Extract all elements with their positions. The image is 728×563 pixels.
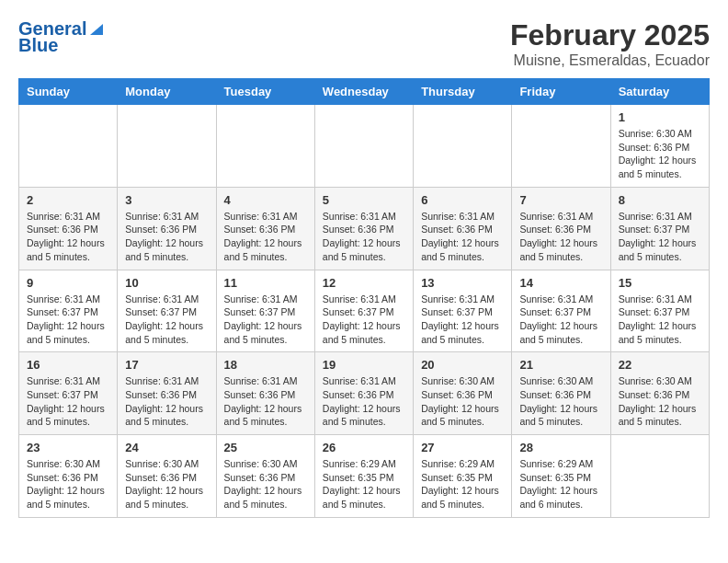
calendar-week-row: 16Sunrise: 6:31 AM Sunset: 6:37 PM Dayli… [19,352,710,435]
calendar-day-cell: 8Sunrise: 6:31 AM Sunset: 6:37 PM Daylig… [610,187,709,270]
calendar-day-cell [414,105,512,188]
calendar-day-cell [118,105,216,188]
calendar-day-cell: 27Sunrise: 6:29 AM Sunset: 6:35 PM Dayli… [414,435,512,518]
day-info: Sunrise: 6:31 AM Sunset: 6:37 PM Dayligh… [125,293,208,347]
day-info: Sunrise: 6:31 AM Sunset: 6:36 PM Dayligh… [421,210,504,264]
calendar-day-cell: 22Sunrise: 6:30 AM Sunset: 6:36 PM Dayli… [610,352,709,435]
day-number: 24 [125,441,208,454]
day-info: Sunrise: 6:31 AM Sunset: 6:37 PM Dayligh… [619,293,701,347]
day-number: 20 [421,358,504,372]
day-number: 6 [421,193,504,207]
day-number: 26 [323,441,405,454]
day-number: 8 [619,193,701,207]
day-info: Sunrise: 6:29 AM Sunset: 6:35 PM Dayligh… [519,457,602,511]
calendar-week-row: 23Sunrise: 6:30 AM Sunset: 6:36 PM Dayli… [19,435,710,518]
day-number: 18 [224,358,307,372]
day-info: Sunrise: 6:31 AM Sunset: 6:36 PM Dayligh… [323,210,405,264]
day-number: 13 [421,276,504,290]
day-number: 7 [519,193,602,207]
calendar-day-cell: 21Sunrise: 6:30 AM Sunset: 6:36 PM Dayli… [512,352,610,435]
calendar-day-cell: 10Sunrise: 6:31 AM Sunset: 6:37 PM Dayli… [118,270,216,352]
calendar-day-header: Thursday [414,79,512,105]
calendar-day-cell: 17Sunrise: 6:31 AM Sunset: 6:36 PM Dayli… [118,352,216,435]
day-number: 3 [125,193,208,207]
day-info: Sunrise: 6:31 AM Sunset: 6:36 PM Dayligh… [125,374,208,429]
day-number: 11 [224,276,307,290]
day-number: 5 [323,193,405,207]
calendar-day-cell: 26Sunrise: 6:29 AM Sunset: 6:35 PM Dayli… [314,435,413,518]
day-info: Sunrise: 6:31 AM Sunset: 6:36 PM Dayligh… [125,210,208,264]
calendar-day-cell: 11Sunrise: 6:31 AM Sunset: 6:37 PM Dayli… [216,270,314,352]
day-number: 16 [27,358,109,372]
calendar-week-row: 1Sunrise: 6:30 AM Sunset: 6:36 PM Daylig… [19,105,710,188]
day-number: 27 [421,441,504,454]
calendar-week-row: 2Sunrise: 6:31 AM Sunset: 6:36 PM Daylig… [19,187,710,270]
calendar-table: SundayMondayTuesdayWednesdayThursdayFrid… [18,78,710,518]
calendar-header-row: SundayMondayTuesdayWednesdayThursdayFrid… [19,79,710,105]
day-info: Sunrise: 6:30 AM Sunset: 6:36 PM Dayligh… [421,374,504,429]
day-info: Sunrise: 6:31 AM Sunset: 6:37 PM Dayligh… [323,293,405,347]
calendar-day-header: Wednesday [314,79,413,105]
day-info: Sunrise: 6:30 AM Sunset: 6:36 PM Dayligh… [619,374,701,429]
calendar-day-cell: 18Sunrise: 6:31 AM Sunset: 6:36 PM Dayli… [216,352,314,435]
calendar-day-cell: 4Sunrise: 6:31 AM Sunset: 6:36 PM Daylig… [216,187,314,270]
calendar-day-cell [314,105,413,188]
calendar-week-row: 9Sunrise: 6:31 AM Sunset: 6:37 PM Daylig… [19,270,710,352]
day-number: 4 [224,193,307,207]
calendar-day-cell: 16Sunrise: 6:31 AM Sunset: 6:37 PM Dayli… [19,352,118,435]
calendar-day-cell: 7Sunrise: 6:31 AM Sunset: 6:36 PM Daylig… [512,187,610,270]
day-number: 28 [519,441,602,454]
day-number: 14 [519,276,602,290]
calendar-day-cell: 23Sunrise: 6:30 AM Sunset: 6:36 PM Dayli… [19,435,118,518]
calendar-day-header: Friday [512,79,610,105]
day-number: 22 [619,358,701,372]
day-number: 25 [224,441,307,454]
day-number: 21 [519,358,602,372]
day-info: Sunrise: 6:31 AM Sunset: 6:36 PM Dayligh… [323,374,405,429]
day-number: 10 [125,276,208,290]
calendar-day-cell: 25Sunrise: 6:30 AM Sunset: 6:36 PM Dayli… [216,435,314,518]
calendar-day-cell [512,105,610,188]
day-info: Sunrise: 6:31 AM Sunset: 6:37 PM Dayligh… [421,293,504,347]
day-info: Sunrise: 6:31 AM Sunset: 6:36 PM Dayligh… [224,374,307,429]
calendar-day-header: Sunday [19,79,118,105]
calendar-day-cell [19,105,118,188]
day-info: Sunrise: 6:31 AM Sunset: 6:36 PM Dayligh… [519,210,602,264]
page-subtitle: Muisne, Esmeraldas, Ecuador [510,52,710,69]
calendar-day-cell: 12Sunrise: 6:31 AM Sunset: 6:37 PM Dayli… [314,270,413,352]
day-info: Sunrise: 6:30 AM Sunset: 6:36 PM Dayligh… [519,374,602,429]
day-info: Sunrise: 6:29 AM Sunset: 6:35 PM Dayligh… [421,457,504,511]
day-number: 17 [125,358,208,372]
day-info: Sunrise: 6:31 AM Sunset: 6:37 PM Dayligh… [519,293,602,347]
calendar-day-cell: 20Sunrise: 6:30 AM Sunset: 6:36 PM Dayli… [414,352,512,435]
day-info: Sunrise: 6:31 AM Sunset: 6:37 PM Dayligh… [619,210,701,264]
calendar-day-cell: 1Sunrise: 6:30 AM Sunset: 6:36 PM Daylig… [610,105,709,188]
calendar-day-cell: 14Sunrise: 6:31 AM Sunset: 6:37 PM Dayli… [512,270,610,352]
day-info: Sunrise: 6:31 AM Sunset: 6:37 PM Dayligh… [27,374,109,429]
day-info: Sunrise: 6:31 AM Sunset: 6:37 PM Dayligh… [224,293,307,347]
calendar-day-cell [216,105,314,188]
calendar-day-header: Monday [118,79,216,105]
calendar-day-header: Tuesday [216,79,314,105]
calendar-day-cell: 24Sunrise: 6:30 AM Sunset: 6:36 PM Dayli… [118,435,216,518]
day-info: Sunrise: 6:30 AM Sunset: 6:36 PM Dayligh… [224,457,307,511]
calendar-day-cell: 6Sunrise: 6:31 AM Sunset: 6:36 PM Daylig… [414,187,512,270]
day-number: 19 [323,358,405,372]
calendar-day-cell: 3Sunrise: 6:31 AM Sunset: 6:36 PM Daylig… [118,187,216,270]
calendar-day-cell: 15Sunrise: 6:31 AM Sunset: 6:37 PM Dayli… [610,270,709,352]
calendar-day-cell: 13Sunrise: 6:31 AM Sunset: 6:37 PM Dayli… [414,270,512,352]
calendar-day-cell: 19Sunrise: 6:31 AM Sunset: 6:36 PM Dayli… [314,352,413,435]
page-header: General Blue February 2025 Muisne, Esmer… [18,18,710,69]
day-number: 23 [27,441,109,454]
day-info: Sunrise: 6:31 AM Sunset: 6:37 PM Dayligh… [27,293,109,347]
page-title: February 2025 [510,18,710,52]
day-number: 15 [619,276,701,290]
calendar-day-header: Saturday [610,79,709,105]
svg-marker-0 [90,24,103,35]
calendar-day-cell: 28Sunrise: 6:29 AM Sunset: 6:35 PM Dayli… [512,435,610,518]
day-info: Sunrise: 6:31 AM Sunset: 6:36 PM Dayligh… [27,210,109,264]
calendar-day-cell [610,435,709,518]
day-info: Sunrise: 6:31 AM Sunset: 6:36 PM Dayligh… [224,210,307,264]
day-number: 12 [323,276,405,290]
logo: General Blue [18,18,105,55]
